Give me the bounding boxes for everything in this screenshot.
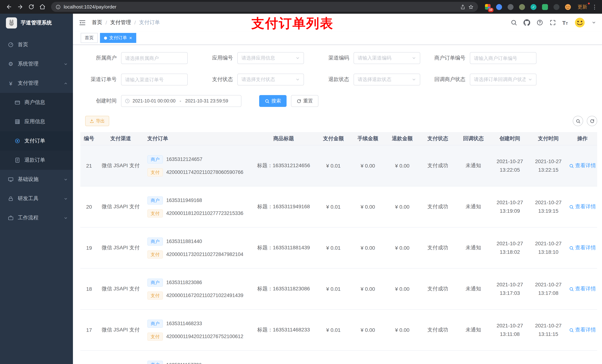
cell-pay-order: 商户1635311881440 支付4200001173202110272847… [144,228,251,268]
table-row[interactable]: 20 微信 JSAPI 支付 商户1635311949168 支付4200001… [80,187,597,228]
pay-status-select[interactable]: 请选择支付状态 [237,74,304,85]
table-row[interactable]: 17 微信 JSAPI 支付 商户1635311468233 支付4200001… [80,310,597,351]
sidebar-item-pay-order[interactable]: 支付订单 [0,131,73,151]
channel-order-no-input[interactable] [125,77,184,82]
update-dot [588,2,590,4]
chevron-down-icon [412,77,416,82]
merchant-order-no-input[interactable] [474,55,532,61]
sidebar-item-system[interactable]: ⚙ 系统管理 [0,54,73,74]
cell-create-time: 2021-10-2713:19:09 [491,187,529,227]
view-detail-link[interactable]: 查看详情 [569,245,596,251]
table-row-partial[interactable]: 商户1635311157736 [80,351,597,364]
extension-icon-4[interactable] [517,2,527,11]
address-bar[interactable]: localhost:1024/pay/order [51,2,478,12]
view-detail-link[interactable]: 查看详情 [569,162,596,169]
pay-tag: 支付 [147,250,163,258]
cell-amount: ¥ 0.01 [316,269,351,309]
sidebar-item-app-info[interactable]: 应用信息 [0,112,73,131]
sidebar-item-dev-tools[interactable]: 研发工具 [0,189,73,208]
github-icon[interactable] [523,19,530,26]
site-info-icon[interactable] [55,4,61,10]
avatar-dropdown-icon[interactable] [592,20,596,25]
table-row[interactable]: 18 微信 JSAPI 支付 商户1635311823086 支付4200001… [80,269,597,310]
pay-tag: 支付 [147,168,163,176]
table-toolbar: 导出 [80,116,597,126]
share-icon[interactable] [460,4,465,10]
export-button[interactable]: 导出 [85,116,109,126]
merchant-select[interactable] [121,52,188,64]
sidebar-item-refund-order[interactable]: 退款订单 [0,151,73,170]
channel-code-select[interactable]: 请输入渠道编码 [354,52,420,64]
forward-icon[interactable] [15,2,25,12]
sidebar-toggle-icon[interactable] [79,19,86,26]
create-time-label: 创建时间 [80,98,121,104]
callback-status-select[interactable]: 请选择订单回调商户状态 [470,74,537,85]
search-icon[interactable] [510,19,517,26]
create-time-range-picker[interactable]: 2021-10-01 00:00:00 - 2021-10-31 23:59:5… [121,95,241,107]
browser-chrome: localhost:1024/pay/order 10 ✓ 更新 [0,0,602,14]
clock-icon [125,98,130,104]
app-select[interactable]: 请选择应用信息 [237,52,304,64]
font-size-icon[interactable]: TT [562,20,568,26]
cell-id: 17 [80,310,98,350]
fullscreen-icon[interactable] [549,19,556,26]
chevron-down-icon [64,197,68,201]
help-icon[interactable] [536,19,543,26]
chrome-menu-icon[interactable]: ⋮ [591,3,598,10]
home-icon[interactable] [37,2,47,12]
date-end: 2021-10-31 23:59:59 [185,98,228,104]
chrome-update-button[interactable]: 更新 [575,3,590,11]
view-detail-link[interactable]: 查看详情 [569,203,596,210]
sidebar-item-workflow[interactable]: 工作流程 [0,208,73,228]
tab-home[interactable]: 首页 [81,33,98,43]
chevron-down-icon [295,77,300,82]
tags-view: 首页 支付订单 × [73,31,602,45]
channel-order-no-field[interactable] [121,74,188,85]
toggle-search-button[interactable] [573,116,583,126]
chevron-down-icon [295,56,300,60]
view-detail-link[interactable]: 查看详情 [569,327,596,333]
reset-button[interactable]: 重置 [291,95,318,107]
extension-icon-3[interactable] [506,2,515,11]
merchant-input[interactable] [125,55,184,61]
pay-tag: 支付 [147,332,163,341]
cell-pay-time: 2021-10-2713:18:10 [529,228,568,268]
search-button[interactable]: 搜索 [259,95,287,107]
extension-icon-5[interactable]: ✓ [529,2,538,11]
table-row[interactable]: 19 微信 JSAPI 支付 商户1635311881440 支付4200001… [80,228,597,269]
chevron-down-icon [64,177,68,181]
close-tab-icon[interactable]: × [129,35,132,41]
breadcrumb-home[interactable]: 首页 [92,19,102,26]
cell-create-time: 2021-10-2713:18:02 [491,228,529,268]
cell-pay-order: 商户1635311157736 [144,351,251,364]
extension-icon-8[interactable] [563,2,572,11]
back-icon[interactable] [4,2,14,12]
refund-status-select[interactable]: 请选择退款状态 [354,74,420,85]
refresh-table-button[interactable] [587,116,597,126]
sidebar-item-home[interactable]: 首页 [0,35,73,54]
cell-pay-time: 2021-10-2713:11:15 [529,310,568,350]
breadcrumb: 首页 / 支付管理 / 支付订单 [92,19,160,26]
table-row[interactable]: 21 微信 JSAPI 支付 商户1635312124657 支付4200001… [80,145,597,187]
sidebar-item-payment[interactable]: ¥ 支付管理 [0,74,73,93]
extension-icon-6[interactable] [540,2,549,11]
tab-pay-order[interactable]: 支付订单 × [100,33,136,43]
app-logo[interactable]: 芋道管理系统 [0,14,73,32]
briefcase-icon [7,215,14,221]
merchant-label: 所属商户 [80,55,121,62]
reload-icon[interactable] [26,2,36,12]
sidebar-item-infra[interactable]: 基础设施 [0,170,73,189]
cell-notify: 未通知 [456,187,491,227]
extension-icon-7[interactable] [552,2,561,11]
extension-icon-2[interactable] [495,2,504,11]
merchant-order-no-field[interactable] [470,52,537,64]
user-avatar[interactable] [574,17,585,28]
card-icon [14,100,21,105]
bookmark-star-icon[interactable] [468,4,473,10]
sidebar-item-merchant-info[interactable]: 商户信息 [0,93,73,112]
cell-status: 支付成功 [419,145,456,186]
view-detail-link[interactable]: 查看详情 [569,286,596,292]
breadcrumb-pay-mgmt[interactable]: 支付管理 [110,19,131,26]
cell-status: 支付成功 [419,187,456,227]
extension-icon-1[interactable]: 10 [483,2,492,11]
